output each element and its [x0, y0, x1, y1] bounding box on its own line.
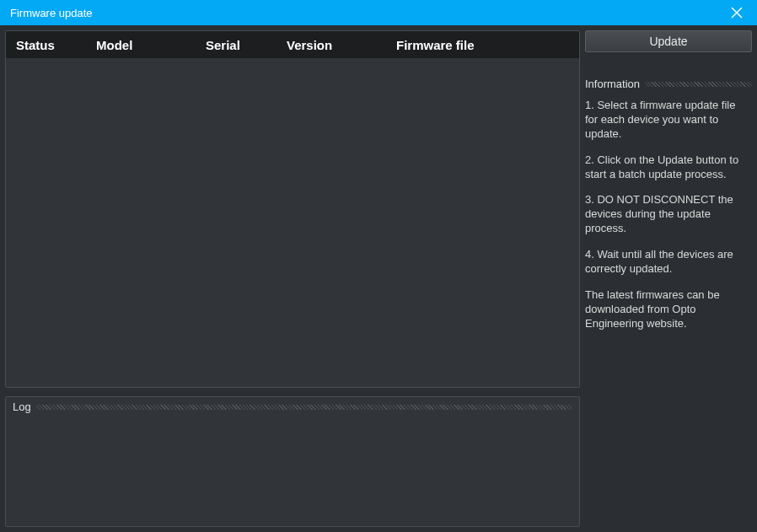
main-area: Status Model Serial Version Firmware fil…	[0, 25, 757, 532]
log-header-separator	[36, 405, 572, 410]
window-title: Firmware update	[10, 7, 93, 19]
log-section: Log	[5, 396, 580, 527]
table-header-row: Status Model Serial Version Firmware fil…	[6, 31, 579, 58]
information-label: Information	[585, 78, 645, 90]
device-table: Status Model Serial Version Firmware fil…	[5, 30, 580, 388]
info-step-1: 1. Select a firmware update file for eac…	[585, 99, 750, 142]
column-header-status[interactable]: Status	[6, 38, 86, 52]
info-step-3: 3. DO NOT DISCONNECT the devices during …	[585, 193, 750, 236]
column-header-serial[interactable]: Serial	[196, 38, 276, 52]
log-body	[6, 413, 579, 526]
column-header-firmware-file[interactable]: Firmware file	[386, 38, 579, 52]
info-footer: The latest firmwares can be downloaded f…	[585, 288, 750, 331]
column-header-version[interactable]: Version	[276, 38, 386, 52]
titlebar: Firmware update	[0, 0, 757, 25]
column-header-model[interactable]: Model	[86, 38, 196, 52]
information-header: Information	[585, 78, 752, 94]
update-button[interactable]: Update	[585, 30, 752, 52]
information-body: 1. Select a firmware update file for eac…	[585, 94, 752, 343]
close-button[interactable]	[727, 3, 747, 23]
log-label: Log	[13, 400, 36, 413]
information-section: Information 1. Select a firmware update …	[585, 78, 752, 343]
left-pane: Status Model Serial Version Firmware fil…	[0, 25, 585, 532]
table-body	[6, 58, 579, 387]
right-pane: Update Information 1. Select a firmware …	[585, 25, 757, 532]
close-icon	[731, 7, 743, 19]
info-step-4: 4. Wait until all the devices are correc…	[585, 248, 750, 277]
info-step-2: 2. Click on the Update button to start a…	[585, 153, 750, 182]
information-header-separator	[645, 82, 752, 87]
log-header: Log	[6, 397, 579, 413]
